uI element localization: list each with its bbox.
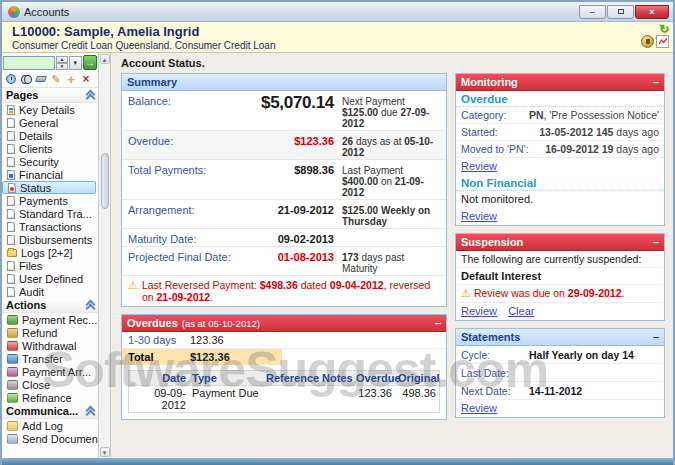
action-item-withdrawal[interactable]: Withdrawal (2, 339, 98, 352)
scrollbar-thumb[interactable] (101, 153, 109, 209)
summary-row-overdue: Overdue: $123.36 26 days as at 05-10-201… (122, 131, 446, 160)
spin-up-button[interactable]: ▲ (56, 56, 68, 63)
last-reversed-payment-warning: ⚠ Last Reversed Payment: $498.36 dated 0… (122, 276, 446, 306)
window-title: Accounts (24, 6, 69, 18)
scrollbar-down-arrow[interactable]: ▼ (100, 447, 110, 457)
table-row[interactable]: 09-09-2012 Payment Due 123.36 498.36 (129, 386, 439, 412)
sidebar-item-general[interactable]: General (2, 116, 98, 129)
page-icon (7, 287, 15, 297)
action-item-transfer[interactable]: Transfer (2, 352, 98, 365)
summary-panel: Summary Balance: $5,070.14 Next Payment … (121, 73, 447, 307)
suspension-review-link[interactable]: Review (461, 305, 497, 317)
chart-status-icon[interactable] (656, 35, 669, 48)
suspension-intro: The following are currently suspended: (456, 251, 664, 268)
delete-icon[interactable]: × (80, 73, 92, 85)
monitoring-nonfinancial-review-link[interactable]: Review (461, 210, 497, 222)
sidebar-item-key-details[interactable]: Key Details (2, 103, 98, 116)
sidebar-scrollbar: ▲ ▼ (99, 53, 111, 458)
refund-icon (7, 328, 18, 338)
actions-section-header[interactable]: Actions (2, 298, 98, 313)
sidebar: ▲ ▼ ▼ → ✎ + × Pages Key Details General … (2, 53, 99, 458)
main-panel: Account Status. Summary Balance: $5,070.… (111, 53, 673, 458)
find-icon[interactable] (20, 73, 32, 85)
pages-section-header[interactable]: Pages (2, 88, 98, 103)
close-button[interactable]: × (635, 5, 669, 19)
warning-icon: ⚠ (128, 279, 138, 303)
content-area: SoftwareSuggest.com ▲ ▼ ▼ → ✎ + × (2, 53, 673, 458)
overdues-title: Overdues (127, 317, 178, 329)
page-icon (7, 235, 15, 245)
refresh-icon[interactable]: ↻ (659, 23, 669, 35)
aging-row: 1-30 days 123.36 (122, 332, 446, 349)
spin-down-button[interactable]: ▼ (56, 63, 68, 70)
account-dropdown-button[interactable]: ▼ (69, 56, 82, 70)
sidebar-item-standard-transactions[interactable]: Standard Tra... (2, 207, 98, 220)
chart-line-glyph (658, 37, 668, 46)
action-item-close[interactable]: Close (2, 378, 98, 391)
sidebar-item-security[interactable]: Security (2, 155, 98, 168)
sidebar-item-clients[interactable]: Clients (2, 142, 98, 155)
action-item-refund[interactable]: Refund (2, 326, 98, 339)
monitoring-nonfinancial-subheader: Non Financial (456, 175, 664, 191)
overdues-as-at: (as at 05-10-2012) (182, 318, 260, 329)
action-item-refinance[interactable]: Refinance (2, 391, 98, 404)
maximize-button[interactable] (607, 5, 634, 19)
sidebar-item-audit[interactable]: Audit (2, 285, 98, 298)
withdrawal-icon (7, 341, 18, 351)
page-title: Account Status. (119, 55, 667, 73)
monitoring-overdue-review-link[interactable]: Review (461, 160, 497, 172)
page-icon (7, 118, 15, 128)
suspension-clear-link[interactable]: Clear (508, 305, 534, 317)
maximize-icon (618, 9, 624, 14)
sidebar-item-payments[interactable]: Payments (2, 194, 98, 207)
minimize-button[interactable]: – (579, 5, 606, 19)
sidebar-item-transactions[interactable]: Transactions (2, 220, 98, 233)
sidebar-item-details[interactable]: Details (2, 129, 98, 142)
account-number-input[interactable] (3, 56, 55, 70)
page-icon (7, 144, 15, 154)
sidebar-item-user-defined[interactable]: User Defined (2, 272, 98, 285)
statements-title: Statements (461, 331, 520, 343)
statements-row-next-date: Next Date: 14-11-2012 (456, 382, 664, 400)
sidebar-item-files[interactable]: Files (2, 259, 98, 272)
account-header: L10000: Sample, Amelia Ingrid Consumer C… (2, 22, 673, 53)
clear-eraser-icon[interactable] (35, 73, 47, 85)
summary-row-projected-final-date: Projected Final Date: 01-08-2013 173 day… (122, 247, 446, 276)
page-icon (7, 157, 15, 167)
comm-item-send-document[interactable]: Send Document (2, 432, 98, 445)
sidebar-item-logs[interactable]: Logs [2+2] (2, 246, 98, 259)
title-bar: Accounts – × (2, 2, 673, 22)
suspension-warning: ⚠ Review was due on 29-09-2012. (456, 285, 664, 303)
account-subtitle: Consumer Credit Loan Queensland. Consume… (12, 40, 667, 51)
panel-minimize-icon[interactable]: – (653, 332, 659, 342)
add-icon[interactable]: + (65, 73, 77, 85)
panel-minimize-icon[interactable]: – (653, 237, 659, 247)
page-icon (7, 222, 15, 232)
panel-minimize-icon[interactable]: – (435, 318, 441, 328)
history-clock-icon[interactable] (5, 73, 17, 85)
payment-received-icon (7, 315, 18, 325)
pause-status-icon[interactable] (641, 35, 654, 48)
panel-minimize-icon[interactable]: – (653, 77, 659, 87)
page-icon (7, 105, 15, 115)
sidebar-toolbar: ✎ + × (2, 72, 98, 88)
action-item-payment-received[interactable]: Payment Rec... (2, 313, 98, 326)
summary-row-balance: Balance: $5,070.14 Next Payment $125.00 … (122, 91, 446, 131)
sidebar-item-financial[interactable]: Financial (2, 168, 98, 181)
sidebar-item-status[interactable]: Status (2, 181, 96, 194)
refinance-icon (7, 393, 18, 403)
comm-item-add-log[interactable]: Add Log (2, 419, 98, 432)
scrollbar-up-arrow[interactable]: ▲ (100, 54, 110, 64)
action-item-payment-arrangement[interactable]: Payment Arr... (2, 365, 98, 378)
transfer-icon (7, 354, 18, 364)
statements-panel: Statements – Cycle: Half Yearly on day 1… (455, 328, 665, 418)
statements-review-link[interactable]: Review (461, 402, 497, 414)
monitoring-row-category: Category: PN, 'Pre Possession Notice' (456, 107, 664, 124)
monitoring-nonfinancial-text: Not monitored. (456, 191, 664, 208)
page-icon (7, 209, 15, 219)
close-account-icon (7, 380, 18, 390)
edit-pencil-icon[interactable]: ✎ (50, 73, 62, 85)
go-button[interactable]: → (83, 55, 97, 70)
communications-section-header[interactable]: Communica... (2, 404, 98, 419)
sidebar-item-disbursements[interactable]: Disbursements (2, 233, 98, 246)
